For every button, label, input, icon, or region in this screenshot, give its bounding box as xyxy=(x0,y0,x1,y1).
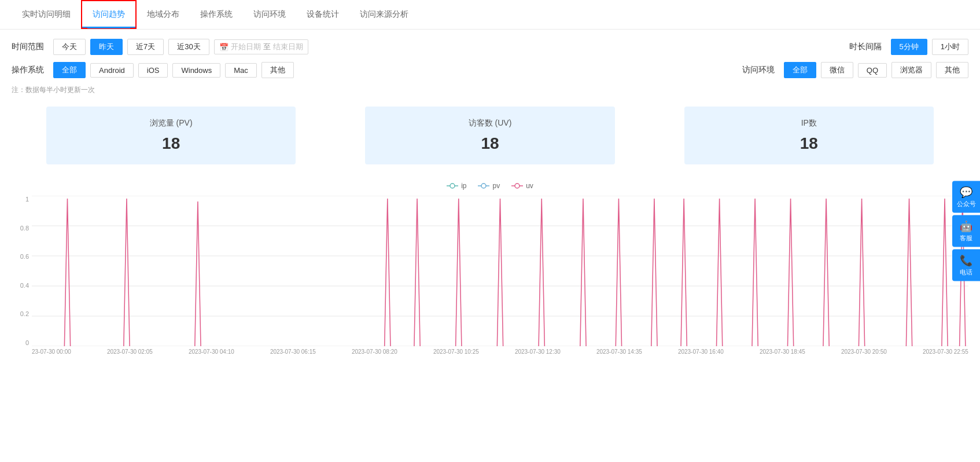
y-label-04: 0.4 xyxy=(12,282,29,289)
btn-env-wechat[interactable]: 微信 xyxy=(821,62,853,78)
nav-realtime[interactable]: 实时访问明细 xyxy=(12,1,81,28)
stat-cards: 浏览量 (PV) 18 访客数 (UV) 18 IP数 18 xyxy=(12,107,968,164)
float-btn-phone[interactable]: 📞 电话 xyxy=(952,250,980,281)
btn-1hour[interactable]: 1小时 xyxy=(932,39,968,55)
stat-ip-value: 18 xyxy=(702,134,916,153)
x-label-1: 2023-07-30 02:05 xyxy=(107,349,153,355)
stat-pv-value: 18 xyxy=(64,134,278,153)
stat-uv-value: 18 xyxy=(382,134,597,153)
stat-card-ip: IP数 18 xyxy=(684,107,934,164)
btn-env-browser[interactable]: 浏览器 xyxy=(891,62,931,78)
float-btn-phone-label: 电话 xyxy=(955,268,978,277)
y-label-0: 0 xyxy=(12,339,29,346)
stat-card-pv: 浏览量 (PV) 18 xyxy=(46,107,296,164)
float-btn-service[interactable]: 🤖 客服 xyxy=(952,215,980,247)
wechat-icon: 💬 xyxy=(955,186,978,199)
legend-pv-label: pv xyxy=(492,182,500,190)
svg-point-1 xyxy=(450,184,455,188)
legend-pv: pv xyxy=(478,182,500,190)
stat-uv-label: 访客数 (UV) xyxy=(382,118,597,129)
stat-ip-label: IP数 xyxy=(702,118,916,129)
nav-env[interactable]: 访问环境 xyxy=(243,1,296,28)
calendar-icon: 📅 xyxy=(219,43,229,52)
date-start-placeholder: 开始日期 xyxy=(231,42,261,52)
btn-30days[interactable]: 近30天 xyxy=(168,39,209,55)
x-label-3: 2023-07-30 06:15 xyxy=(270,349,316,355)
legend-uv: uv xyxy=(511,182,533,190)
main-content: 时间范围 今天 昨天 近7天 近30天 📅 开始日期 至 结束日期 时长间隔 5… xyxy=(0,30,980,364)
x-label-11: 2023-07-30 22:55 xyxy=(923,349,968,355)
y-label-02: 0.2 xyxy=(12,310,29,317)
btn-today[interactable]: 今天 xyxy=(53,39,86,55)
x-label-0: 23-07-30 00:00 xyxy=(32,349,71,355)
update-note: 注：数据每半小时更新一次 xyxy=(12,85,968,95)
btn-os-other[interactable]: 其他 xyxy=(261,62,294,78)
btn-os-ios[interactable]: iOS xyxy=(138,63,168,78)
legend-uv-label: uv xyxy=(526,182,533,190)
interval-label: 时长间隔 xyxy=(849,42,882,52)
x-label-5: 2023-07-30 10:25 xyxy=(433,349,479,355)
nav-device[interactable]: 设备统计 xyxy=(296,1,349,28)
float-btn-service-label: 客服 xyxy=(955,234,978,243)
float-btn-wechat-label: 公众号 xyxy=(955,200,978,208)
date-end-placeholder: 结束日期 xyxy=(273,42,303,52)
nav-trend[interactable]: 访问趋势 xyxy=(81,0,137,29)
chart-legend: ip pv uv xyxy=(12,182,968,190)
top-navigation: 实时访问明细 访问趋势 地域分布 操作系统 访问环境 设备统计 访问来源分析 xyxy=(0,0,980,30)
x-label-10: 2023-07-30 20:50 xyxy=(841,349,887,355)
x-label-7: 2023-07-30 14:35 xyxy=(596,349,642,355)
chart-area: 1 0.8 0.6 0.4 0.2 0 xyxy=(12,196,968,355)
y-label-06: 0.6 xyxy=(12,253,29,260)
x-label-2: 2023-07-30 04:10 xyxy=(189,349,234,355)
nav-os[interactable]: 操作系统 xyxy=(190,1,243,28)
service-icon: 🤖 xyxy=(955,220,978,233)
phone-icon: 📞 xyxy=(955,254,978,267)
btn-5min[interactable]: 5分钟 xyxy=(891,39,927,55)
date-range-input[interactable]: 📅 开始日期 至 结束日期 xyxy=(214,39,308,54)
svg-point-5 xyxy=(515,184,520,188)
float-btn-wechat[interactable]: 💬 公众号 xyxy=(952,181,980,213)
date-separator: 至 xyxy=(263,42,271,52)
btn-os-all[interactable]: 全部 xyxy=(53,62,86,78)
y-label-08: 0.8 xyxy=(12,225,29,232)
btn-env-other[interactable]: 其他 xyxy=(936,62,968,78)
btn-os-android[interactable]: Android xyxy=(90,63,134,78)
btn-yesterday[interactable]: 昨天 xyxy=(90,39,123,55)
btn-os-mac[interactable]: Mac xyxy=(225,63,257,78)
nav-region[interactable]: 地域分布 xyxy=(137,1,190,28)
stat-card-uv: 访客数 (UV) 18 xyxy=(365,107,614,164)
env-filters: 访问环境 全部 微信 QQ 浏览器 其他 xyxy=(742,62,968,78)
x-label-4: 2023-07-30 08:20 xyxy=(352,349,397,355)
stat-pv-label: 浏览量 (PV) xyxy=(64,118,278,129)
x-label-9: 2023-07-30 18:45 xyxy=(760,349,805,355)
legend-ip-label: ip xyxy=(461,182,466,190)
btn-env-all[interactable]: 全部 xyxy=(784,62,816,78)
btn-env-qq[interactable]: QQ xyxy=(858,63,887,78)
legend-ip: ip xyxy=(447,182,466,190)
btn-os-windows[interactable]: Windows xyxy=(172,63,220,78)
btn-7days[interactable]: 近7天 xyxy=(127,39,164,55)
svg-point-3 xyxy=(481,184,486,188)
os-label: 操作系统 xyxy=(12,65,44,75)
x-label-6: 2023-07-30 12:30 xyxy=(515,349,561,355)
right-filters: 时长间隔 5分钟 1小时 xyxy=(849,39,968,55)
nav-source[interactable]: 访问来源分析 xyxy=(349,1,419,28)
y-label-1: 1 xyxy=(12,196,29,203)
env-label: 访问环境 xyxy=(742,65,775,75)
filter-row-os: 操作系统 全部 Android iOS Windows Mac 其他 访问环境 … xyxy=(12,62,968,78)
filter-row-time: 时间范围 今天 昨天 近7天 近30天 📅 开始日期 至 结束日期 时长间隔 5… xyxy=(12,39,968,55)
floating-buttons: 💬 公众号 🤖 客服 📞 电话 xyxy=(952,181,980,281)
time-range-label: 时间范围 xyxy=(12,42,44,52)
x-label-8: 2023-07-30 16:40 xyxy=(678,349,724,355)
